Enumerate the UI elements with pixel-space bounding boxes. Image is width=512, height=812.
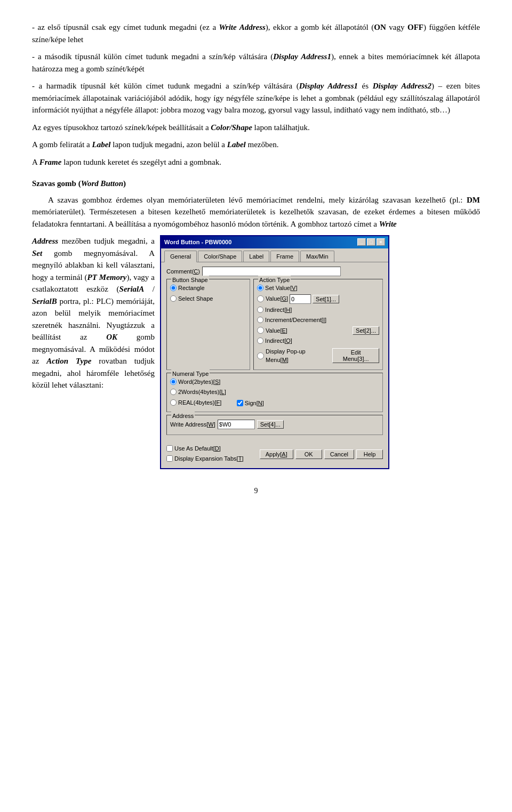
radio-popup-menu-input[interactable] [257,352,264,359]
radio-value-g-row: Value[G] Set[1]... [257,294,379,304]
sign-label: Sign[N] [245,399,264,408]
radio-indirect-q-input[interactable] [257,337,263,344]
action-type-content: Set Value[V] Value[G] Set[1]... [257,284,379,365]
radio-popup-menu-row: Display Pop-up Menu[M] Edit Menu[3]... [257,347,379,365]
write-address-row: Write Address[W] Set[4]... [170,420,379,429]
radio-inc-dec-label: Increment/Decrement[I] [265,316,326,325]
paragraph-color-shape: Az egyes típusokhoz tartozó színek/képek… [32,122,480,134]
section-title-word-button: Szavas gomb (Word Button) [32,178,480,190]
action-type-group: Action Type Set Value[V] Value[G] [253,279,383,370]
bullet-paragraph-3: - a harmadik típusnál két külön címet tu… [32,80,480,116]
tab-label[interactable]: Label [243,251,269,262]
word-button-dialog: Word Button - PBW0000 _ □ × General Colo… [160,235,389,469]
left-text-paragraph: Address mezőben tudjuk megadni, a Set go… [32,235,155,391]
radio-value-g-label: Value[G] [266,294,288,303]
tab-frame[interactable]: Frame [270,251,299,262]
radio-indirect-h-input[interactable] [257,307,263,313]
write-address-label: Write Address[W] [170,420,215,429]
radio-indirect-h: Indirect[H] [257,305,379,315]
page-number: 9 [32,485,480,496]
display-expansion-row: Display Expansion Tabs[T] [166,454,258,463]
close-button[interactable]: × [377,238,385,246]
address-content: Write Address[W] Set[4]... [170,420,379,429]
maximize-button[interactable]: □ [367,238,375,246]
use-as-default-row: Use As Default[D] [166,444,258,453]
write-address-input[interactable] [218,420,255,429]
radio-value-e-input[interactable] [257,327,264,334]
radio-2words-4bytes-input[interactable] [170,389,177,395]
tab-general[interactable]: General [164,251,197,263]
footer-buttons: Apply[A] OK Cancel Help [260,449,383,459]
use-as-default-checkbox[interactable] [166,445,173,452]
tab-max-min[interactable]: Max/Min [300,251,334,262]
bullet-paragraph-1: - az első típusnál csak egy címet tudunk… [32,21,480,45]
radio-2words-4bytes-label: 2Words(4bytes)[L] [178,388,226,397]
footer-checkboxes: Use As Default[D] Display Expansion Tabs… [166,444,258,464]
sign-checkbox[interactable] [237,400,243,406]
radio-inc-dec: Increment/Decrement[I] [257,316,379,325]
radio-set-value-label: Set Value[V] [265,284,297,293]
dialog-titlebar: Word Button - PBW0000 _ □ × [161,236,388,248]
cancel-button[interactable]: Cancel [324,449,354,459]
radio-rectangle: Rectangle [170,284,246,293]
dialog-title: Word Button - PBW0000 [164,238,231,247]
button-shape-group: Button Shape Rectangle Select Shape [166,279,250,370]
radio-word-2bytes-label: Word(2bytes)[S] [178,377,220,387]
apply-button[interactable]: Apply[A] [260,449,293,459]
radio-value-e-label: Value[E] [266,326,287,335]
radio-set-value: Set Value[V] [257,284,379,293]
set2-button[interactable]: Set[2]... [353,326,379,335]
radio-value-e-row: Value[E] Set[2]... [257,326,379,335]
help-button[interactable]: Help [356,449,383,459]
paragraph-frame: A Frame lapon tudunk keretet és szegélyt… [32,156,480,168]
tab-color-shape[interactable]: Color/Shape [198,251,242,262]
radio-indirect-q: Indirect[Q] [257,336,379,345]
dialog-tabs: General Color/Shape Label Frame Max/Min [161,248,388,263]
comment-input[interactable] [202,267,341,276]
use-as-default-label: Use As Default[D] [174,444,221,453]
address-title: Address [171,412,195,421]
radio-indirect-h-label: Indirect[H] [265,305,292,315]
radio-select-shape-input[interactable] [170,295,177,302]
radio-value-g-input[interactable] [257,295,264,302]
minimize-button[interactable]: _ [357,238,366,246]
address-group: Address Write Address[W] Set[4]... [166,415,383,435]
paragraph-word-button-intro: A szavas gombhoz érdemes olyan memóriate… [32,194,480,230]
numeral-type-title: Numeral Type [171,369,210,379]
main-content: - az első típusnál csak egy címet tudunk… [32,21,480,496]
radio-word-2bytes-input[interactable] [170,379,177,385]
radio-inc-dec-input[interactable] [257,317,263,323]
radio-real-4bytes-input[interactable] [170,399,177,406]
radio-select-shape: Select Shape [170,294,246,303]
dialog-body: Comment(C) Button Shape Rectangle [161,262,388,442]
action-type-title: Action Type [258,276,291,285]
display-expansion-checkbox[interactable] [166,455,173,462]
set1-button[interactable]: Set[1]... [313,295,339,303]
radio-indirect-q-label: Indirect[Q] [265,336,292,345]
paragraph-label: A gomb feliratát a Label lapon tudjuk me… [32,139,480,151]
left-text-column: Address mezőben tudjuk megadni, a Set go… [32,235,155,469]
right-dialog-column: Word Button - PBW0000 _ □ × General Colo… [155,235,480,469]
shape-action-groups: Button Shape Rectangle Select Shape [166,279,383,373]
radio-rectangle-label: Rectangle [178,284,205,293]
radio-word-2bytes: Word(2bytes)[S] [170,377,226,387]
numeral-type-row: Word(2bytes)[S] 2Words(4bytes)[L] REAL(4… [170,377,379,409]
radio-2words-4bytes: 2Words(4bytes)[L] [170,388,226,397]
radio-select-shape-label: Select Shape [178,294,213,303]
display-expansion-label: Display Expansion Tabs[T] [174,454,243,463]
set4-button[interactable]: Set[4]... [257,420,284,429]
edit-menu-button[interactable]: Edit Menu[3]... [332,348,379,363]
numeral-type-content: Word(2bytes)[S] 2Words(4bytes)[L] REAL(4… [170,377,379,409]
bullet-paragraph-2: - a második típusnál külön címet tudunk … [32,51,480,75]
radio-real-4bytes-label: REAL(4bytes)[F] [178,398,221,407]
ok-button[interactable]: OK [295,449,322,459]
radio-real-4bytes: REAL(4bytes)[F] [170,398,226,407]
radio-set-value-input[interactable] [257,285,263,291]
value-g-input[interactable] [290,294,311,304]
comment-label: Comment(C) [166,267,200,276]
numeral-type-group: Numeral Type Word(2bytes)[S] [166,373,383,413]
sign-checkbox-container: Sign[N] [237,377,264,409]
radio-rectangle-input[interactable] [170,285,177,291]
two-column-section: Address mezőben tudjuk megadni, a Set go… [32,235,480,469]
titlebar-buttons: _ □ × [357,238,385,246]
